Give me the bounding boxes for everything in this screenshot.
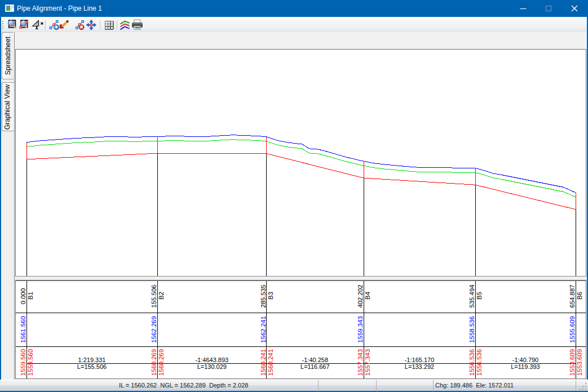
svg-text:B2: B2 [158, 292, 165, 300]
svg-text:L=133.292: L=133.292 [405, 363, 434, 370]
svg-text:402.202: 402.202 [357, 284, 364, 308]
svg-text:B1: B1 [27, 292, 34, 300]
svg-text:1557.343: 1557.343 [364, 349, 371, 376]
svg-text:654.887: 654.887 [569, 284, 576, 308]
svg-text:L=116.667: L=116.667 [300, 363, 330, 370]
svg-text:1558.536: 1558.536 [468, 316, 475, 343]
svg-text:535.494: 535.494 [468, 284, 475, 308]
svg-text:1:219.331: 1:219.331 [78, 357, 106, 363]
svg-text:0.000: 0.000 [20, 288, 26, 305]
svg-text:285.535: 285.535 [260, 284, 267, 308]
svg-text:-1:40.258: -1:40.258 [302, 357, 328, 363]
svg-text:-1:165.170: -1:165.170 [405, 357, 435, 363]
svg-text:1559.560: 1559.560 [27, 349, 34, 376]
svg-text:-1:40.790: -1:40.790 [512, 357, 538, 363]
svg-text:L=130.029: L=130.029 [197, 363, 227, 370]
svg-text:1560.269: 1560.269 [158, 349, 165, 376]
svg-text:B5: B5 [476, 292, 483, 300]
svg-text:B6: B6 [576, 292, 583, 300]
svg-text:1556.536: 1556.536 [468, 349, 475, 376]
svg-text:1560.269: 1560.269 [151, 349, 157, 376]
svg-text:B3: B3 [267, 292, 274, 300]
svg-text:1561.560: 1561.560 [20, 316, 26, 343]
svg-text:1559.343: 1559.343 [357, 316, 364, 343]
svg-text:1553.609: 1553.609 [569, 349, 576, 376]
svg-text:1560.241: 1560.241 [267, 349, 274, 376]
svg-text:1560.241: 1560.241 [260, 349, 267, 376]
svg-text:1556.536: 1556.536 [476, 349, 483, 376]
svg-text:-1:4643.893: -1:4643.893 [195, 357, 228, 363]
svg-text:155.506: 155.506 [151, 284, 157, 308]
svg-text:1557.343: 1557.343 [357, 349, 364, 376]
svg-text:1562.269: 1562.269 [151, 316, 157, 343]
svg-text:B4: B4 [364, 292, 371, 300]
svg-text:L=119.393: L=119.393 [511, 363, 540, 370]
svg-text:L=155.506: L=155.506 [77, 363, 107, 370]
svg-text:1555.609: 1555.609 [569, 316, 576, 343]
svg-text:1559.560: 1559.560 [20, 349, 26, 376]
svg-text:1553.609: 1553.609 [576, 349, 583, 376]
svg-text:1562.241: 1562.241 [260, 316, 267, 343]
